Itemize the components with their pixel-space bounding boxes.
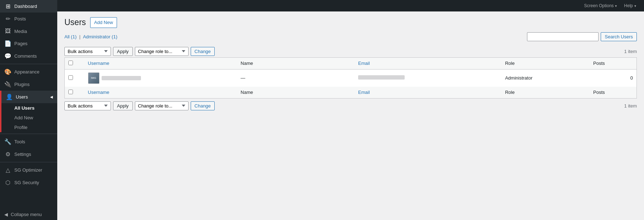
screen-options-button[interactable]: Screen Options ▾ [581, 0, 621, 11]
help-button[interactable]: Help ▾ [620, 0, 640, 11]
select-all-bottom-checkbox[interactable] [68, 90, 73, 94]
top-toolbar: Bulk actions Apply Change role to... Cha… [64, 47, 637, 56]
sg-security-icon: ⬡ [4, 179, 11, 186]
help-label: Help [624, 3, 633, 8]
admin-topbar: Screen Options ▾ Help ▾ [57, 0, 644, 11]
filter-links: All (1) | Administrator (1) [64, 34, 117, 39]
sidebar-divider-2 [0, 134, 57, 134]
table-header-row: Username Name Email Role Posts [65, 57, 637, 69]
username-cell-content: IMG [88, 72, 234, 84]
th-name: Name [237, 57, 355, 69]
sidebar-item-media[interactable]: 🖼 Media [0, 25, 57, 37]
th-posts: Posts [590, 57, 636, 69]
row-checkbox-cell [65, 69, 84, 87]
tfoot-name: Name [237, 87, 355, 99]
th-checkbox [65, 57, 84, 69]
bottom-change-role-select[interactable]: Change role to... [135, 101, 189, 110]
bottom-toolbar: Bulk actions Apply Change role to... Cha… [64, 101, 637, 110]
th-username[interactable]: Username [84, 57, 237, 69]
email-redacted [358, 75, 405, 80]
search-input[interactable] [527, 32, 599, 41]
page-header: Users Add New [64, 17, 637, 28]
sidebar-item-sg-security[interactable]: ⬡ SG Security [0, 176, 57, 189]
help-chevron-icon: ▾ [634, 4, 636, 8]
sidebar-item-sg-optimizer[interactable]: △ SG Optimizer [0, 164, 57, 176]
search-users-button[interactable]: Search Users [601, 32, 637, 41]
main-area: Screen Options ▾ Help ▾ Users Add New Al… [57, 0, 644, 220]
plugins-icon: 🔌 [4, 81, 11, 88]
content-area: Users Add New All (1) | Administrator (1… [57, 11, 644, 220]
screen-options-chevron-icon: ▾ [615, 4, 617, 8]
filter-all-link[interactable]: All (1) [64, 34, 77, 39]
row-role-cell: Administrator [502, 69, 590, 87]
table-body: IMG — Administrator 0 [65, 69, 637, 87]
tfoot-role: Role [502, 87, 590, 99]
users-arrow-icon: ◀ [50, 95, 53, 99]
sidebar-item-label: Users [16, 94, 28, 100]
row-name-cell: — [237, 69, 355, 87]
sidebar-divider-1 [0, 64, 57, 64]
table-row: IMG — Administrator 0 [65, 69, 637, 87]
select-all-checkbox[interactable] [68, 61, 73, 65]
add-new-button[interactable]: Add New [90, 17, 117, 28]
screen-options-label: Screen Options [584, 3, 614, 8]
sidebar-item-users[interactable]: 👤 Users ◀ [0, 91, 57, 103]
submenu-add-new[interactable]: Add New [1, 113, 57, 123]
row-posts-cell: 0 [590, 69, 636, 87]
table-header: Username Name Email Role Posts [65, 57, 637, 69]
collapse-icon: ◀ [4, 212, 8, 217]
submenu-all-users[interactable]: All Users [1, 103, 57, 113]
settings-icon: ⚙ [4, 151, 11, 158]
sidebar-item-label: Comments [14, 53, 37, 59]
sidebar-item-label: Dashboard [14, 4, 37, 9]
sidebar-item-label: Pages [14, 41, 28, 46]
top-bulk-actions-select[interactable]: Bulk actions [64, 47, 111, 56]
sidebar-item-settings[interactable]: ⚙ Settings [0, 148, 57, 161]
username-redacted [102, 76, 141, 80]
top-apply-button[interactable]: Apply [113, 47, 133, 56]
user-avatar: IMG [88, 72, 99, 84]
sidebar-item-label: Tools [14, 139, 25, 144]
sidebar-item-posts[interactable]: ✏ Posts [0, 13, 57, 25]
search-row: Search Users [527, 32, 637, 41]
bottom-apply-button[interactable]: Apply [113, 101, 133, 110]
bottom-change-button[interactable]: Change [191, 101, 215, 110]
dashboard-icon: ⊞ [4, 3, 11, 10]
table-footer-row: Username Name Email Role Posts [65, 87, 637, 99]
filter-search-row: All (1) | Administrator (1) Search Users [64, 32, 637, 44]
sidebar-item-pages[interactable]: 📄 Pages [0, 37, 57, 50]
collapse-menu-button[interactable]: ◀ Collapse menu [0, 209, 57, 220]
sidebar: ⊞ Dashboard ✏ Posts 🖼 Media 📄 Pages 💬 Co… [0, 0, 57, 220]
tfoot-email[interactable]: Email [355, 87, 502, 99]
row-checkbox[interactable] [68, 75, 73, 80]
bottom-items-count: 1 item [624, 103, 637, 109]
bottom-bulk-actions-select[interactable]: Bulk actions [64, 101, 111, 110]
appearance-icon: 🎨 [4, 68, 11, 75]
row-username-cell: IMG [84, 69, 237, 87]
top-change-button[interactable]: Change [191, 47, 215, 56]
sidebar-item-comments[interactable]: 💬 Comments [0, 50, 57, 62]
sidebar-item-tools[interactable]: 🔧 Tools [0, 135, 57, 148]
avatar-image: IMG [88, 73, 99, 83]
pages-icon: 📄 [4, 40, 11, 47]
top-change-role-select[interactable]: Change role to... [135, 47, 189, 56]
sg-optimizer-icon: △ [4, 167, 11, 173]
sidebar-divider-3 [0, 162, 57, 162]
posts-icon: ✏ [4, 15, 11, 22]
filter-administrator-link[interactable]: Administrator (1) [83, 34, 117, 39]
tfoot-checkbox [65, 87, 84, 99]
tools-icon: 🔧 [4, 138, 11, 145]
users-table: Username Name Email Role Posts IMG [64, 57, 637, 99]
users-submenu: All Users Add New Profile [0, 103, 57, 132]
sidebar-item-label: Plugins [14, 82, 30, 87]
th-role: Role [502, 57, 590, 69]
sidebar-item-label: Appearance [14, 69, 39, 75]
sidebar-item-label: SG Optimizer [14, 167, 42, 173]
sidebar-item-plugins[interactable]: 🔌 Plugins [0, 78, 57, 91]
th-email[interactable]: Email [355, 57, 502, 69]
sidebar-item-dashboard[interactable]: ⊞ Dashboard [0, 0, 57, 13]
collapse-label: Collapse menu [11, 212, 42, 217]
tfoot-username[interactable]: Username [84, 87, 237, 99]
submenu-profile[interactable]: Profile [1, 123, 57, 132]
sidebar-item-appearance[interactable]: 🎨 Appearance [0, 66, 57, 78]
